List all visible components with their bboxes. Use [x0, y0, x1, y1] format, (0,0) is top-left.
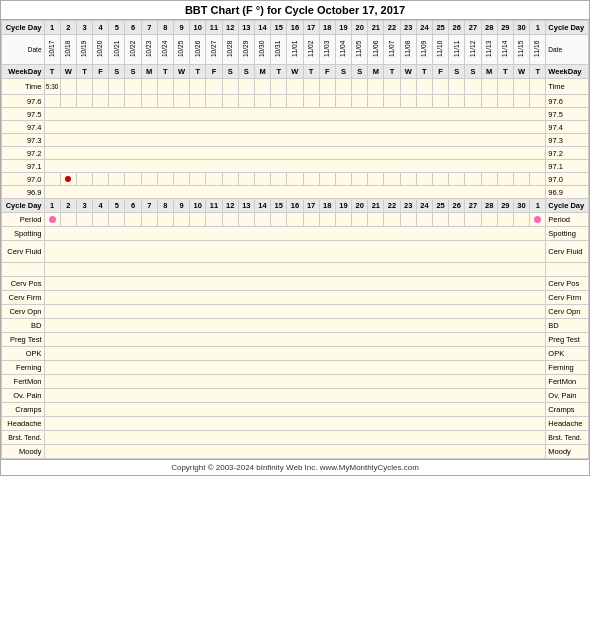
date-31: 11/16: [530, 35, 546, 65]
label-cramps-left: Cramps: [2, 403, 45, 417]
cerv-firm-row: Cerv Firm Cerv Firm: [2, 291, 589, 305]
temp-row-976: 97.6: [2, 95, 589, 108]
date-29: 11/14: [497, 35, 513, 65]
brst-tend-row: Brst. Tend. Brst. Tend.: [2, 431, 589, 445]
date-12: 10/28: [222, 35, 238, 65]
date-20: 11/05: [352, 35, 368, 65]
temp-row-974: 97.4 97.4: [2, 121, 589, 134]
temp-row-975: 97.5 97.5: [2, 108, 589, 121]
fertmon-row: FertMon FertMon: [2, 375, 589, 389]
cd-24: 24: [416, 21, 432, 35]
date-16: 11/01: [287, 35, 303, 65]
cd-21: 21: [368, 21, 384, 35]
label-date-right: Date: [546, 35, 589, 65]
date-30: 11/15: [513, 35, 529, 65]
label-brst-tend-right: Brst. Tend.: [546, 431, 589, 445]
cd-10: 10: [190, 21, 206, 35]
label-cycle-day-left: Cycle Day: [2, 21, 45, 35]
cd-13: 13: [238, 21, 254, 35]
preg-test-row: Preg Test Preg Test: [2, 333, 589, 347]
bbt-chart: BBT Chart (F °) for Cycle October 17, 20…: [0, 0, 590, 476]
date-row: Date 10/17 10/18 10/19 10/20 10/21 10/22…: [2, 35, 589, 65]
date-8: 10/24: [157, 35, 173, 65]
date-1: 10/17: [44, 35, 60, 65]
cd-20: 20: [352, 21, 368, 35]
label-cramps-right: Cramps: [546, 403, 589, 417]
temp-row-971: 97.1 97.1: [2, 160, 589, 173]
label-cerv-pos-left: Cerv Pos: [2, 277, 45, 291]
date-26: 11/11: [449, 35, 465, 65]
date-9: 10/25: [174, 35, 190, 65]
spotting-row: Spotting Spotting: [2, 227, 589, 241]
label-moody-left: Moody: [2, 445, 45, 459]
opk-row: OPK OPK: [2, 347, 589, 361]
cd-9: 9: [174, 21, 190, 35]
cd-19: 19: [335, 21, 351, 35]
cerv-pos-row: Cerv Pos Cerv Pos: [2, 277, 589, 291]
date-5: 10/21: [109, 35, 125, 65]
date-28: 11/13: [481, 35, 497, 65]
label-temp-976: 97.6: [2, 95, 45, 108]
temp-row-972: 97.2 97.2: [2, 147, 589, 160]
label-ov-pain-right: Ov. Pain: [546, 389, 589, 403]
cycle-day-bottom-row: Cycle Day 1 2 3 4 5 6 7 8 9 10 11 12 13 …: [2, 199, 589, 213]
cd-31: 1: [530, 21, 546, 35]
label-ov-pain-left: Ov. Pain: [2, 389, 45, 403]
date-18: 11/03: [319, 35, 335, 65]
cd-25: 25: [433, 21, 449, 35]
date-11: 10/27: [206, 35, 222, 65]
date-15: 10/31: [271, 35, 287, 65]
cd-28: 28: [481, 21, 497, 35]
cd-27: 27: [465, 21, 481, 35]
date-21: 11/06: [368, 35, 384, 65]
bd-row: BD BD: [2, 319, 589, 333]
cd-15: 15: [271, 21, 287, 35]
cd-11: 11: [206, 21, 222, 35]
cd-18: 18: [319, 21, 335, 35]
label-preg-test-right: Preg Test: [546, 333, 589, 347]
label-period-right: Period: [546, 213, 589, 227]
time-value: 5:30: [44, 79, 60, 95]
date-7: 10/23: [141, 35, 157, 65]
cd-16: 16: [287, 21, 303, 35]
label-opk-right: OPK: [546, 347, 589, 361]
moody-row: Moody Moody: [2, 445, 589, 459]
date-27: 11/12: [465, 35, 481, 65]
spacer-row: [2, 263, 589, 277]
date-14: 10/30: [254, 35, 270, 65]
label-cerv-opn-right: Cerv Opn: [546, 305, 589, 319]
label-fertmon-left: FertMon: [2, 375, 45, 389]
label-spotting-left: Spotting: [2, 227, 45, 241]
label-cerv-opn-left: Cerv Opn: [2, 305, 45, 319]
date-19: 11/04: [335, 35, 351, 65]
date-24: 11/09: [416, 35, 432, 65]
label-cerv-pos-right: Cerv Pos: [546, 277, 589, 291]
cd-6: 6: [125, 21, 141, 35]
cerv-opn-row: Cerv Opn Cerv Opn: [2, 305, 589, 319]
label-headache-left: Headache: [2, 417, 45, 431]
label-date-left: Date: [2, 35, 45, 65]
cd-26: 26: [449, 21, 465, 35]
ferning-row: Ferning Ferning: [2, 361, 589, 375]
label-spotting-right: Spotting: [546, 227, 589, 241]
weekday-row: WeekDay T W T F S S M T W T F S S M T W …: [2, 65, 589, 79]
cd-7: 7: [141, 21, 157, 35]
chart-title: BBT Chart (F °) for Cycle October 17, 20…: [1, 1, 589, 20]
label-weekday-right: WeekDay: [546, 65, 589, 79]
date-10: 10/26: [190, 35, 206, 65]
cd-1: 1: [44, 21, 60, 35]
cd-23: 23: [400, 21, 416, 35]
cd-2: 2: [60, 21, 76, 35]
temp-row-970: 97.0: [2, 173, 589, 186]
label-period-left: Period: [2, 213, 45, 227]
ov-pain-row: Ov. Pain Ov. Pain: [2, 389, 589, 403]
label-ferning-right: Ferning: [546, 361, 589, 375]
cd-12: 12: [222, 21, 238, 35]
temp-row-973: 97.3 97.3: [2, 134, 589, 147]
label-preg-test-left: Preg Test: [2, 333, 45, 347]
label-cerv-fluid-right: Cerv Fluid: [546, 241, 589, 263]
cd-17: 17: [303, 21, 319, 35]
period-row: Period: [2, 213, 589, 227]
cerv-fluid-row: Cerv Fluid Cerv Fluid: [2, 241, 589, 263]
cd-29: 29: [497, 21, 513, 35]
